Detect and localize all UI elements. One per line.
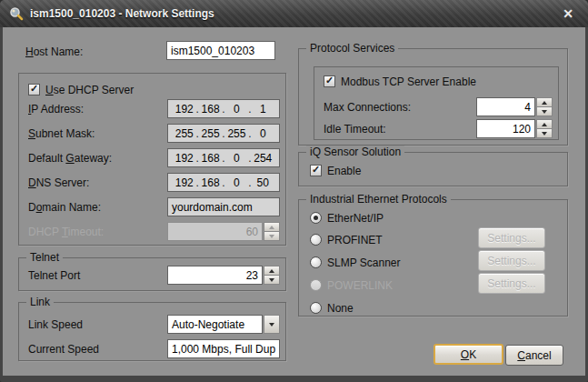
iq-sensor-title: iQ Sensor Solution — [306, 146, 404, 159]
arrow-up-icon — [542, 101, 547, 105]
radio-ethernet-ip[interactable] — [310, 212, 322, 224]
dhcp-timeout-label: DHCP Timeout: — [28, 226, 104, 238]
telnet-group-title: Telnet — [26, 251, 63, 265]
arrow-down-icon — [542, 110, 547, 114]
radio-ethernet-ip-label: EtherNet/IP — [327, 212, 384, 225]
radio-profinet-label: PROFINET — [327, 234, 383, 246]
idle-timeout-spin[interactable] — [536, 119, 553, 138]
powerlink-settings-button: Settings... — [478, 273, 545, 294]
arrow-down-icon — [269, 278, 274, 282]
telnet-port-input[interactable]: 23 — [167, 266, 263, 285]
default-gateway-label: Default Gateway: — [28, 152, 112, 165]
app-magnifier-icon — [9, 6, 24, 21]
link-group-title: Link — [26, 296, 54, 309]
radio-none-label: None — [327, 302, 354, 315]
link-speed-dropdown[interactable]: Auto-Negotiate — [167, 315, 280, 334]
iq-enable-label: Enable — [327, 165, 361, 177]
modbus-enable-label: Modbus TCP Server Enable — [341, 75, 476, 88]
modbus-panel: Modbus TCP Server Enable Max Connections… — [314, 66, 559, 140]
spin-down-button[interactable] — [264, 275, 280, 285]
use-dhcp-label: Use DHCP Server — [45, 84, 134, 96]
ip-address-label: IP Address: — [28, 103, 84, 116]
max-connections-input[interactable]: 4 — [476, 97, 535, 116]
default-gateway-input: 192.168.0.254 — [167, 148, 280, 167]
dns-server-input: 192.168.0.50 — [167, 173, 280, 192]
chevron-down-icon — [269, 323, 274, 327]
modbus-enable-checkbox[interactable] — [324, 75, 335, 87]
domain-name-input: yourdomain.com — [167, 197, 280, 216]
close-icon[interactable]: ✕ — [557, 5, 579, 22]
telnet-port-spin[interactable] — [264, 266, 280, 285]
telnet-port-label: Telnet Port — [28, 269, 80, 282]
slmp-settings-button: Settings... — [478, 250, 545, 271]
radio-slmp-scanner-label: SLMP Scanner — [327, 256, 401, 269]
dhcp-timeout-spin — [264, 222, 280, 241]
use-dhcp-checkbox[interactable] — [28, 84, 40, 96]
dhcp-group: Use DHCP Server IP Address: 192.168.0.1 … — [18, 73, 286, 246]
idle-timeout-input[interactable]: 120 — [476, 119, 535, 138]
idle-timeout-stepper[interactable]: 120 — [476, 119, 553, 138]
radio-slmp-scanner[interactable] — [310, 256, 322, 268]
domain-name-label: Domain Name: — [28, 201, 101, 214]
max-connections-stepper[interactable]: 4 — [476, 97, 553, 116]
ip-address-input: 192.168.0.1 — [167, 99, 280, 118]
ok-button[interactable]: OK — [434, 344, 503, 365]
host-name-input[interactable]: ism1500_010203 — [166, 41, 275, 60]
spin-down-button[interactable] — [536, 128, 553, 138]
radio-none[interactable] — [310, 302, 322, 314]
link-group: Link Link Speed Auto-Negotiate Current S… — [18, 302, 286, 361]
dropdown-button[interactable] — [264, 315, 280, 334]
dns-server-label: DNS Server: — [28, 176, 89, 189]
link-speed-value[interactable]: Auto-Negotiate — [167, 315, 263, 334]
spin-down-button — [264, 231, 280, 241]
arrow-up-icon — [269, 226, 274, 229]
window-title: ism1500_010203 - Network Settings — [30, 7, 214, 20]
profinet-settings-button: Settings... — [478, 227, 545, 248]
industrial-protocols-title: Industrial Ethernet Protocols — [306, 193, 451, 206]
protocol-services-title: Protocol Services — [306, 42, 398, 55]
iq-sensor-group: iQ Sensor Solution Enable — [298, 152, 568, 186]
title-bar[interactable]: ism1500_010203 - Network Settings ✕ — [0, 0, 588, 27]
subnet-mask-label: Subnet Mask: — [28, 127, 95, 140]
telnet-group: Telnet Telnet Port 23 — [18, 257, 286, 291]
dialog-client-area: Host Name: ism1500_010203 Use DHCP Serve… — [3, 27, 585, 376]
protocol-services-group: Protocol Services Modbus TCP Server Enab… — [298, 48, 568, 146]
industrial-protocols-group: Industrial Ethernet Protocols EtherNet/I… — [298, 199, 568, 317]
radio-powerlink — [310, 279, 322, 291]
radio-powerlink-label: POWERLINK — [327, 279, 393, 292]
telnet-port-stepper[interactable]: 23 — [167, 266, 280, 285]
radio-profinet[interactable] — [310, 234, 322, 246]
subnet-mask-input: 255.255.255.0 — [167, 124, 280, 143]
host-name-label: Host Name: — [25, 45, 83, 58]
arrow-down-icon — [269, 235, 274, 238]
current-speed-input[interactable]: 1,000 Mbps, Full Dup — [167, 339, 280, 358]
idle-timeout-label: Idle Timeout: — [324, 123, 386, 136]
spin-down-button[interactable] — [536, 106, 553, 116]
arrow-down-icon — [542, 132, 547, 136]
dhcp-timeout-stepper: 60 — [167, 222, 280, 241]
max-connections-label: Max Connections: — [324, 101, 411, 114]
max-connections-spin[interactable] — [536, 97, 553, 116]
arrow-up-icon — [542, 123, 547, 126]
cancel-button[interactable]: Cancel — [505, 345, 563, 366]
iq-enable-checkbox[interactable] — [310, 165, 322, 176]
network-settings-dialog: ism1500_010203 - Network Settings ✕ Host… — [0, 0, 588, 382]
current-speed-label: Current Speed — [28, 343, 99, 356]
arrow-up-icon — [269, 269, 274, 273]
dhcp-timeout-input: 60 — [167, 222, 263, 241]
link-speed-label: Link Speed — [28, 318, 83, 331]
